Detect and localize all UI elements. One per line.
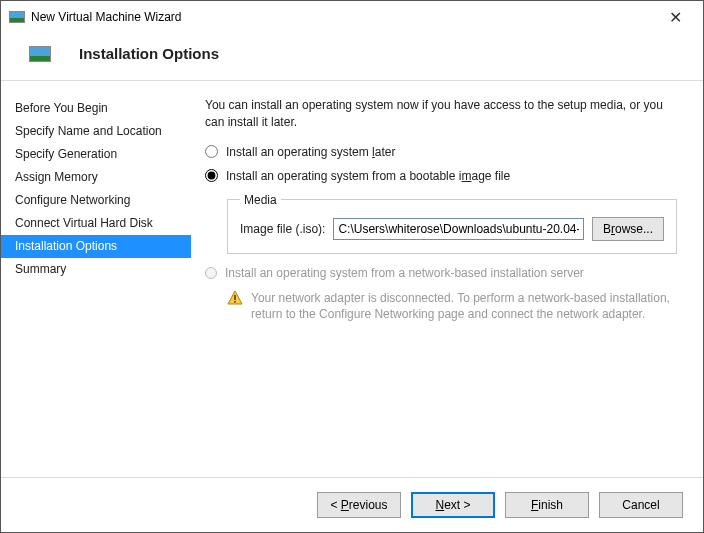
radio-install-image[interactable] <box>205 169 218 182</box>
window-title: New Virtual Machine Wizard <box>31 10 655 24</box>
step-summary[interactable]: Summary <box>1 258 191 281</box>
close-icon[interactable]: ✕ <box>655 8 695 27</box>
wizard-content: You can install an operating system now … <box>191 81 703 477</box>
wizard-steps-sidebar: Before You Begin Specify Name and Locati… <box>1 81 191 477</box>
option-install-later[interactable]: Install an operating system later <box>205 145 683 159</box>
option-install-network: Install an operating system from a netwo… <box>205 266 683 280</box>
next-button[interactable]: Next > <box>411 492 495 518</box>
step-specify-generation[interactable]: Specify Generation <box>1 143 191 166</box>
step-specify-name-location[interactable]: Specify Name and Location <box>1 120 191 143</box>
svg-rect-1 <box>234 295 236 300</box>
media-group: Media Image file (.iso): Browse... <box>227 193 677 254</box>
network-warning-text: Your network adapter is disconnected. To… <box>251 290 683 324</box>
radio-install-network <box>205 267 217 279</box>
step-connect-vhd[interactable]: Connect Virtual Hard Disk <box>1 212 191 235</box>
image-file-path-input[interactable] <box>333 218 584 240</box>
step-before-you-begin[interactable]: Before You Begin <box>1 97 191 120</box>
page-title: Installation Options <box>79 45 219 62</box>
media-legend: Media <box>240 193 281 207</box>
warning-icon <box>227 290 243 306</box>
app-icon <box>9 11 25 23</box>
wizard-body: Before You Begin Specify Name and Locati… <box>1 81 703 477</box>
titlebar: New Virtual Machine Wizard ✕ <box>1 1 703 33</box>
step-installation-options[interactable]: Installation Options <box>1 235 191 258</box>
svg-rect-2 <box>234 301 236 303</box>
wizard-window: New Virtual Machine Wizard ✕ Installatio… <box>0 0 704 533</box>
option-install-network-label: Install an operating system from a netwo… <box>225 266 584 280</box>
intro-text: You can install an operating system now … <box>205 97 683 131</box>
previous-button[interactable]: < Previous <box>317 492 401 518</box>
option-install-image-label: Install an operating system from a boota… <box>226 169 510 183</box>
browse-button[interactable]: Browse... <box>592 217 664 241</box>
wizard-icon <box>29 46 51 62</box>
finish-button[interactable]: Finish <box>505 492 589 518</box>
step-assign-memory[interactable]: Assign Memory <box>1 166 191 189</box>
radio-install-later[interactable] <box>205 145 218 158</box>
wizard-header: Installation Options <box>1 33 703 81</box>
step-configure-networking[interactable]: Configure Networking <box>1 189 191 212</box>
option-install-image[interactable]: Install an operating system from a boota… <box>205 169 683 183</box>
cancel-button[interactable]: Cancel <box>599 492 683 518</box>
network-warning: Your network adapter is disconnected. To… <box>227 290 683 324</box>
wizard-footer: < Previous Next > Finish Cancel <box>1 477 703 532</box>
option-install-later-label: Install an operating system later <box>226 145 395 159</box>
image-file-label: Image file (.iso): <box>240 222 325 236</box>
